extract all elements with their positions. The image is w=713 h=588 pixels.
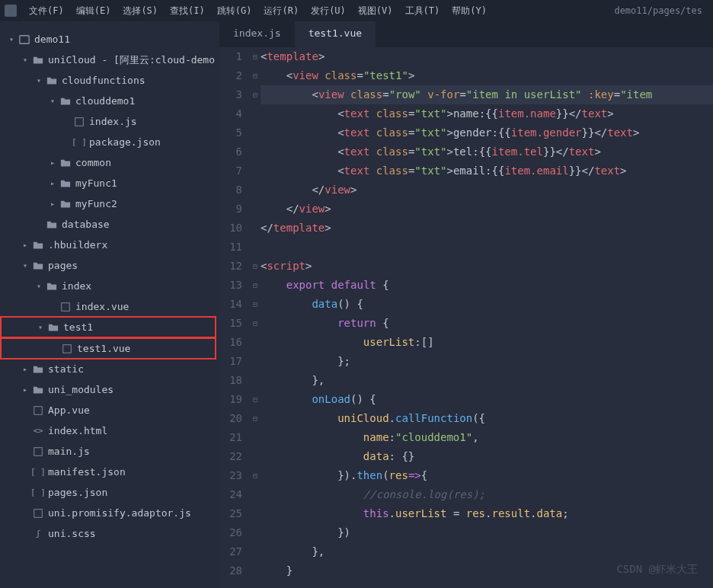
chevron-icon[interactable]: ▾ bbox=[34, 76, 44, 85]
fold-marker[interactable] bbox=[250, 238, 261, 257]
tree-row[interactable]: ▸myFunc1 bbox=[0, 173, 219, 193]
tree-row[interactable]: ▾demo11 bbox=[0, 29, 219, 50]
tree-row[interactable]: ▸common bbox=[0, 152, 219, 173]
tree-row[interactable]: ▾pages bbox=[0, 255, 219, 276]
fold-marker[interactable] bbox=[250, 142, 261, 161]
code-line[interactable]: <text class="txt">gender:{{item.gender}}… bbox=[261, 123, 713, 142]
code-lines[interactable]: <template> <view class="test1"> <view cl… bbox=[261, 47, 713, 588]
code-line[interactable]: data() { bbox=[261, 295, 713, 314]
menu-item[interactable]: 运行(R) bbox=[257, 2, 305, 21]
fold-marker[interactable] bbox=[250, 219, 261, 238]
menu-item[interactable]: 发行(U) bbox=[305, 2, 352, 21]
editor-tab[interactable]: test1.vue bbox=[295, 21, 376, 47]
fold-marker[interactable] bbox=[250, 523, 261, 542]
code-line[interactable]: }).then(res=>{ bbox=[261, 466, 713, 485]
tree-row[interactable]: [ ]pages.json bbox=[0, 482, 219, 503]
tree-row[interactable]: App.vue bbox=[0, 400, 219, 420]
menu-item[interactable]: 查找(I) bbox=[164, 2, 211, 21]
code-line[interactable]: this.userList = res.result.data; bbox=[261, 504, 713, 523]
fold-marker[interactable]: ⊟ bbox=[250, 295, 261, 314]
tree-row[interactable]: index.js bbox=[0, 111, 219, 132]
editor-tab[interactable]: index.js bbox=[219, 21, 295, 47]
tree-row[interactable]: main.js bbox=[0, 441, 219, 462]
code-line[interactable]: }, bbox=[261, 371, 713, 390]
tree-row[interactable]: ▾cloudfunctions bbox=[0, 70, 219, 91]
code-line[interactable]: //console.log(res); bbox=[261, 485, 713, 504]
fold-marker[interactable]: ⊟ bbox=[250, 466, 261, 485]
tree-row[interactable]: ▾clouddemo1 bbox=[0, 91, 219, 111]
menu-item[interactable]: 工具(T) bbox=[399, 2, 446, 21]
fold-marker[interactable]: ⊟ bbox=[250, 257, 261, 276]
fold-marker[interactable]: ⊟ bbox=[250, 85, 261, 104]
fold-marker[interactable] bbox=[250, 542, 261, 561]
tree-row[interactable]: ▸.hbuilderx bbox=[0, 235, 219, 255]
chevron-icon[interactable]: ▸ bbox=[47, 179, 58, 187]
code-line[interactable]: <script> bbox=[261, 257, 713, 276]
fold-marker[interactable] bbox=[250, 123, 261, 142]
fold-marker[interactable]: ⊟ bbox=[250, 47, 261, 66]
code-line[interactable]: }; bbox=[261, 352, 713, 371]
code-line[interactable]: data: {} bbox=[261, 447, 713, 466]
fold-marker[interactable] bbox=[250, 561, 261, 580]
chevron-icon[interactable]: ▾ bbox=[20, 261, 30, 270]
fold-marker[interactable]: ⊟ bbox=[250, 276, 261, 295]
tree-row[interactable]: ▾uniCloud - [阿里云:cloud-demo bbox=[0, 50, 219, 70]
chevron-icon[interactable]: ▾ bbox=[47, 97, 58, 105]
fold-marker[interactable] bbox=[250, 200, 261, 219]
code-line[interactable]: name:"clouddemo1", bbox=[261, 428, 713, 447]
code-line[interactable]: onLoad() { bbox=[261, 390, 713, 409]
menu-item[interactable]: 帮助(Y) bbox=[446, 2, 493, 21]
tree-row[interactable]: database bbox=[0, 214, 219, 235]
menu-item[interactable]: 文件(F) bbox=[23, 2, 70, 21]
menu-item[interactable]: 跳转(G) bbox=[211, 2, 258, 21]
code-line[interactable] bbox=[261, 238, 713, 257]
code-line[interactable]: }) bbox=[261, 523, 713, 542]
fold-marker[interactable] bbox=[250, 333, 261, 352]
fold-marker[interactable]: ⊟ bbox=[250, 390, 261, 409]
chevron-icon[interactable]: ▾ bbox=[35, 323, 46, 331]
tree-row[interactable]: ʃuni.scss bbox=[0, 523, 219, 544]
chevron-icon[interactable]: ▾ bbox=[6, 35, 17, 43]
tree-row[interactable]: uni.promisify.adaptor.js bbox=[0, 503, 219, 523]
code-line[interactable]: <text class="txt">email:{{item.email}}</… bbox=[261, 161, 713, 181]
code-editor[interactable]: 1234567891011121314151617181920212223242… bbox=[219, 47, 713, 588]
fold-gutter[interactable]: ⊟⊟⊟⊟⊟⊟⊟⊟⊟⊟ bbox=[250, 47, 261, 588]
fold-marker[interactable] bbox=[250, 181, 261, 200]
fold-marker[interactable] bbox=[250, 104, 261, 123]
code-line[interactable]: </template> bbox=[261, 219, 713, 238]
tree-row[interactable]: ▾index bbox=[0, 276, 219, 296]
tree-row[interactable]: index.vue bbox=[0, 296, 219, 317]
fold-marker[interactable] bbox=[250, 485, 261, 504]
menu-item[interactable]: 编辑(E) bbox=[70, 2, 117, 21]
chevron-icon[interactable]: ▸ bbox=[20, 241, 30, 249]
tree-row[interactable]: ▾test1 bbox=[0, 316, 216, 338]
code-line[interactable]: <view class="row" v-for="item in userLis… bbox=[261, 85, 713, 104]
code-line[interactable]: userList:[] bbox=[261, 333, 713, 352]
tree-row[interactable]: ▸uni_modules bbox=[0, 379, 219, 400]
chevron-icon[interactable]: ▾ bbox=[34, 282, 44, 290]
code-line[interactable]: <text class="txt">name:{{item.name}}</te… bbox=[261, 104, 713, 123]
tree-row[interactable]: ▸myFunc2 bbox=[0, 193, 219, 214]
fold-marker[interactable]: ⊟ bbox=[250, 409, 261, 428]
file-explorer[interactable]: ▾demo11▾uniCloud - [阿里云:cloud-demo▾cloud… bbox=[0, 21, 219, 588]
fold-marker[interactable] bbox=[250, 161, 261, 181]
menu-item[interactable]: 视图(V) bbox=[352, 2, 399, 21]
code-line[interactable]: </view> bbox=[261, 200, 713, 219]
chevron-icon[interactable]: ▸ bbox=[20, 385, 30, 394]
fold-marker[interactable]: ⊟ bbox=[250, 66, 261, 85]
tree-row[interactable]: [ ]package.json bbox=[0, 132, 219, 152]
menu-item[interactable]: 选择(S) bbox=[117, 2, 164, 21]
code-line[interactable]: </view> bbox=[261, 181, 713, 200]
tree-row[interactable]: ▸static bbox=[0, 359, 219, 379]
fold-marker[interactable] bbox=[250, 504, 261, 523]
fold-marker[interactable] bbox=[250, 428, 261, 447]
chevron-icon[interactable]: ▸ bbox=[20, 365, 30, 373]
chevron-icon[interactable]: ▸ bbox=[47, 158, 58, 167]
code-line[interactable]: <view class="test1"> bbox=[261, 66, 713, 85]
tree-row[interactable]: test1.vue bbox=[0, 337, 216, 360]
code-line[interactable]: uniCloud.callFunction({ bbox=[261, 409, 713, 428]
code-line[interactable]: <text class="txt">tel:{{item.tel}}</text… bbox=[261, 142, 713, 161]
fold-marker[interactable] bbox=[250, 371, 261, 390]
code-line[interactable]: <template> bbox=[261, 47, 713, 66]
code-line[interactable]: return { bbox=[261, 314, 713, 333]
